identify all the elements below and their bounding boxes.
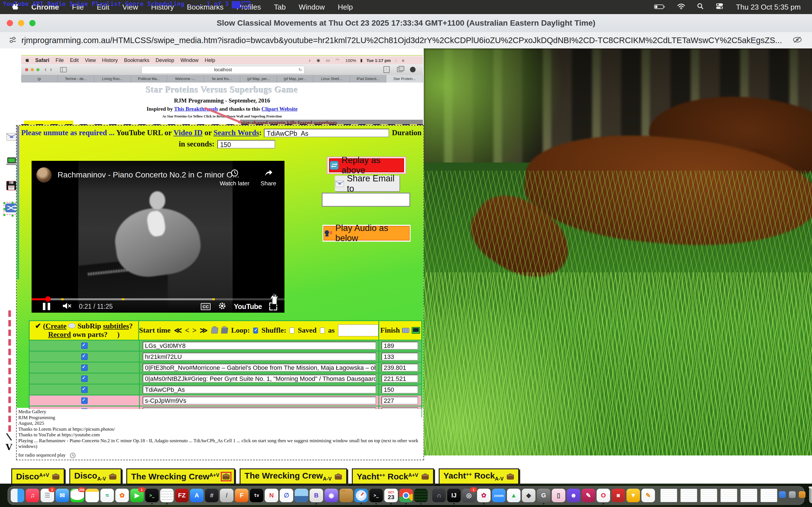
loop-checkbox[interactable] [253, 328, 258, 334]
share-button[interactable]: Share [252, 169, 285, 187]
watch-later-button[interactable]: Watch later [218, 169, 252, 187]
record-link[interactable]: Record [48, 330, 71, 339]
minimized-window-thumbnail[interactable] [660, 489, 677, 502]
dock-app-icon[interactable]: ✉ [56, 489, 69, 502]
dock-mini-icon[interactable] [779, 491, 786, 498]
dock-app-icon[interactable]: ◉ [324, 489, 338, 502]
dock-app-icon[interactable]: ≈ [100, 489, 114, 502]
search-words-input[interactable]: TdiAwCPb_As [264, 129, 389, 137]
genre-button[interactable]: Yacht++ RockA+V [352, 468, 434, 485]
dock-app-icon[interactable]: ◆ [522, 489, 536, 502]
dock-app-icon[interactable]: zoom [492, 489, 506, 502]
video-id-input[interactable]: TdiAwCPb_As [143, 386, 376, 393]
close-window-button[interactable] [7, 20, 13, 26]
share-email-button[interactable]: Share Email to [335, 175, 400, 192]
menubar-item[interactable]: Tab [274, 3, 286, 11]
captions-button[interactable]: CC [201, 303, 211, 310]
folder-icon[interactable] [211, 328, 218, 334]
dock-app-icon[interactable]: # [205, 489, 218, 502]
dock-app-icon[interactable]: IJ [447, 489, 461, 502]
duration-input[interactable]: 189 [382, 342, 418, 349]
dock-app-icon[interactable]: F [235, 489, 248, 502]
dock-app-icon[interactable]: FZ [175, 489, 189, 502]
dock-app-icon[interactable] [414, 489, 428, 502]
genre-button[interactable]: Yacht++ RockA-V [439, 468, 519, 485]
zoom-window-button[interactable] [29, 20, 36, 26]
email-address-input[interactable] [322, 193, 410, 207]
saved-checkbox[interactable] [320, 328, 325, 334]
dock-app-icon[interactable]: N [265, 489, 278, 502]
video-id-input[interactable]: s-CpJpWm9Vs [143, 397, 376, 404]
dock-app-icon[interactable]: ▯ [552, 489, 565, 502]
minimize-window-button[interactable] [18, 20, 24, 26]
shuffle-icon[interactable] [5, 203, 17, 214]
dock-app-icon[interactable]: ☻ [567, 489, 580, 502]
menubar-item[interactable]: Window [299, 3, 324, 11]
video-id-input[interactable]: 0|aMs0rNtBZJk#Grieg: Peer Gynt Suite No.… [143, 375, 376, 383]
duration-seconds-input[interactable]: 150 [217, 140, 275, 149]
play-audio-button[interactable]: Play Audio as below [323, 226, 410, 240]
dock-app-icon[interactable]: ♫ [26, 489, 39, 502]
duration-input[interactable]: 227 [382, 397, 418, 404]
muted-volume-icon[interactable] [62, 302, 71, 311]
dock-app-icon[interactable]: A [190, 489, 204, 502]
row-checkbox[interactable] [81, 386, 88, 393]
dock-app-icon[interactable]: ☰ 3 [41, 489, 54, 502]
dock-app-icon[interactable]: ■ [612, 489, 625, 502]
dock-app-icon[interactable]: ✎ [581, 489, 595, 502]
laptop-icon[interactable] [6, 157, 17, 167]
minimized-window-thumbnail[interactable] [680, 489, 697, 502]
dock-app-icon[interactable] [11, 489, 24, 502]
dock-app-icon[interactable] [295, 489, 308, 502]
dock-app-icon[interactable]: ✿ [115, 489, 129, 502]
video-id-input[interactable]: 0|FtE3hoR_Nvo#Morricone – Gabriel's Oboe… [143, 363, 376, 372]
wifi-icon[interactable] [677, 3, 685, 11]
row-checkbox[interactable] [81, 376, 88, 382]
folder-icon[interactable] [221, 328, 228, 334]
dock-app-icon[interactable] [160, 489, 174, 502]
menubar-clock[interactable]: Thu 23 Oct 5:35 pm [736, 3, 801, 11]
video-id-link[interactable]: Video ID [173, 128, 202, 137]
dock-app-icon[interactable]: ▼ [626, 489, 640, 502]
shuffle-checkbox[interactable] [290, 328, 294, 334]
video-title[interactable]: Rachmaninov - Piano Concerto No.2 in C m… [57, 170, 239, 179]
dock-app-icon[interactable]: / [220, 489, 234, 502]
url-text[interactable]: rjmprogramming.com.au/HTMLCSS/swipe_medi… [21, 36, 788, 45]
row-checkbox[interactable] [81, 342, 88, 349]
dock-app-icon[interactable]: O [597, 489, 610, 502]
control-center-icon[interactable] [716, 3, 724, 11]
dock-app-icon[interactable]: ▲ [507, 489, 520, 502]
video-id-input[interactable]: hr21kml72LU [143, 353, 376, 360]
dock-app-icon[interactable]: ✿ [477, 489, 491, 502]
settings-gear-icon[interactable] [218, 302, 226, 311]
duration-input[interactable]: 221.521 [382, 375, 418, 383]
minimized-window-thumbnail[interactable] [700, 489, 717, 502]
trash-icon[interactable] [809, 488, 812, 503]
duration-input[interactable]: 239.801 [382, 363, 418, 372]
dock-app-icon[interactable] [399, 489, 413, 502]
dock-app-icon[interactable] [86, 489, 99, 502]
subtitles-link[interactable]: subtitles [103, 322, 129, 330]
menubar-item[interactable]: Help [338, 3, 353, 11]
dock-app-icon[interactable]: G [537, 489, 550, 502]
minimized-window-thumbnail[interactable] [741, 489, 757, 502]
minimized-window-thumbnail[interactable] [760, 489, 777, 502]
youtube-wordmark[interactable]: YouTube [234, 302, 262, 311]
pause-button[interactable] [43, 303, 50, 310]
url-bar[interactable]: rjmprogramming.com.au/HTMLCSS/swipe_medi… [0, 32, 812, 49]
video-id-input[interactable]: LGs_vGt0MY8 [143, 342, 376, 349]
floppy-disk-icon[interactable] [6, 181, 16, 191]
saved-name-input[interactable] [338, 325, 378, 336]
genre-button[interactable]: DiscoA+V [11, 468, 64, 485]
eye-off-icon[interactable] [792, 36, 802, 45]
row-checkbox[interactable] [81, 364, 88, 371]
dock-app-icon[interactable]: ∩ [432, 489, 446, 502]
dock-app-icon[interactable]: ✎ [642, 489, 655, 502]
dock-app-icon[interactable]: OCT23 [384, 489, 398, 502]
dock-app-icon[interactable]: B [310, 489, 323, 502]
dock-app-icon[interactable] [340, 489, 353, 502]
dock-app-icon[interactable]: ∅ [280, 489, 293, 502]
youtube-player[interactable]: Rachmaninov - Piano Concerto No.2 in C m… [32, 161, 285, 313]
duration-input[interactable]: 133 [382, 353, 418, 360]
battery-icon[interactable] [654, 3, 665, 11]
